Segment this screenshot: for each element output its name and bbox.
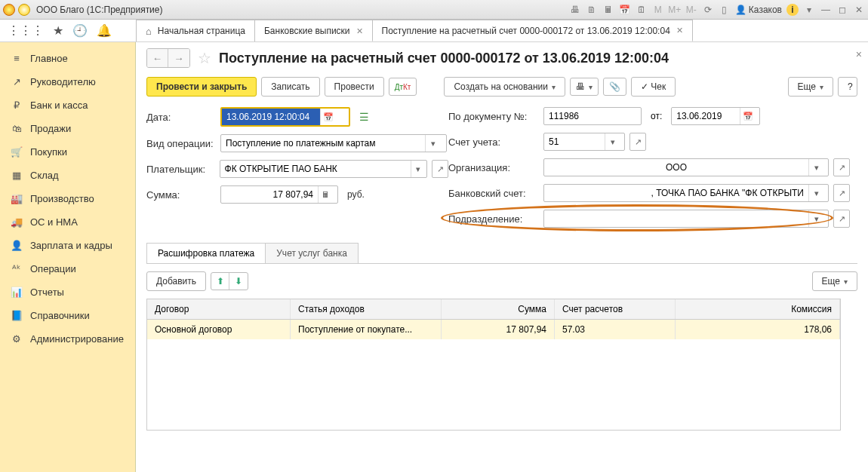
refresh-icon[interactable]: ⟳: [702, 4, 714, 16]
post-button[interactable]: Провести: [325, 77, 384, 97]
table-row[interactable]: Основной договор Поступление от покупате…: [147, 320, 840, 339]
payer-input[interactable]: [220, 161, 411, 177]
dropdown-icon[interactable]: ▾: [808, 210, 823, 227]
subtab-bank-services[interactable]: Учет услуг банка: [265, 243, 359, 263]
sidebar-item-assets[interactable]: 🚚ОС и НМА: [0, 210, 135, 234]
dropdown-icon[interactable]: ▾: [808, 185, 823, 201]
nav-back-button[interactable]: ←: [147, 49, 168, 67]
grid-icon: ▦: [11, 170, 23, 181]
table-more-button[interactable]: Еще: [812, 271, 857, 291]
info-dropdown-icon[interactable]: ▾: [803, 4, 815, 16]
current-user[interactable]: 👤 Казаков: [735, 5, 782, 15]
notifications-icon[interactable]: 🔔: [97, 23, 112, 38]
dtkt-icon: ᴬᵏ: [11, 263, 23, 274]
sum-input[interactable]: [221, 186, 318, 203]
sidebar-item-catalogs[interactable]: 📘Справочники: [0, 304, 135, 327]
attach-button[interactable]: 📎: [603, 78, 626, 96]
org-label: Организация:: [448, 162, 539, 173]
sidebar-item-bank[interactable]: ₽Банк и касса: [0, 93, 135, 117]
create-based-on-button[interactable]: Создать на основании: [444, 77, 565, 97]
col-commission[interactable]: Комиссия: [676, 299, 840, 319]
division-input[interactable]: [544, 210, 808, 227]
m-minus-icon[interactable]: M-: [685, 4, 697, 16]
sidebar-item-manager[interactable]: ↗Руководителю: [0, 70, 135, 93]
tab-bank-statements[interactable]: Банковские выписки ✕: [254, 20, 373, 41]
panel-icon[interactable]: ▯: [719, 4, 731, 16]
date-input[interactable]: [222, 109, 320, 125]
dtkt-button[interactable]: ДтКт: [389, 78, 417, 96]
m-icon[interactable]: M: [652, 4, 664, 16]
dropdown-icon[interactable]: ▾: [425, 135, 440, 152]
sidebar-item-sales[interactable]: 🛍Продажи: [0, 117, 135, 140]
dropdown-icon[interactable]: ▾: [605, 133, 620, 150]
sidebar-item-reports[interactable]: 📊Отчеты: [0, 280, 135, 304]
status-ok-icon[interactable]: ☰: [359, 111, 369, 123]
sidebar-item-operations[interactable]: ᴬᵏОперации: [0, 257, 135, 280]
open-ref-icon[interactable]: ↗: [432, 161, 448, 177]
print-dropdown-button[interactable]: 🖶: [570, 78, 599, 96]
sum-label: Сумма:: [146, 189, 216, 201]
tab-close-icon[interactable]: ✕: [676, 26, 683, 35]
col-account[interactable]: Счет расчетов: [555, 299, 676, 319]
docnum-label: По документу №:: [448, 111, 539, 122]
info-icon[interactable]: i: [786, 4, 799, 16]
dropdown-icon[interactable]: ▾: [808, 159, 823, 176]
move-down-button[interactable]: ⬇: [229, 273, 248, 290]
open-ref-icon[interactable]: ↗: [834, 210, 849, 227]
more-button[interactable]: Еще: [788, 77, 833, 97]
calculator-icon[interactable]: 🖩: [318, 186, 333, 203]
home-icon: ⌂: [146, 26, 152, 37]
star-icon[interactable]: ☆: [198, 49, 211, 67]
sidebar-item-production[interactable]: 🏭Производство: [0, 187, 135, 210]
payer-label: Плательщик:: [146, 164, 215, 175]
docnum-input[interactable]: [544, 108, 635, 124]
maximize-icon[interactable]: ◻: [836, 4, 848, 16]
favorite-icon[interactable]: ★: [53, 23, 63, 38]
sidebar-item-main[interactable]: ≡Главное: [0, 47, 135, 70]
nav-forward-button[interactable]: →: [168, 49, 189, 67]
print-icon[interactable]: 🖶: [569, 4, 581, 16]
document-icon[interactable]: 🗎: [586, 4, 598, 16]
calendar2-icon[interactable]: 🗓: [636, 4, 648, 16]
subtab-payment-details[interactable]: Расшифровка платежа: [146, 243, 266, 263]
post-and-close-button[interactable]: Провести и закрыть: [146, 77, 257, 97]
dropdown-icon[interactable]: ▾: [411, 161, 426, 177]
page-close-icon[interactable]: ×: [856, 48, 862, 60]
bank-acc-input[interactable]: [544, 185, 808, 201]
col-contract[interactable]: Договор: [147, 299, 291, 319]
tab-close-icon[interactable]: ✕: [356, 26, 363, 36]
help-button[interactable]: ?: [838, 77, 857, 97]
open-ref-icon[interactable]: ↗: [630, 133, 645, 150]
calendar-icon[interactable]: 📅: [619, 4, 631, 16]
add-row-button[interactable]: Добавить: [146, 271, 206, 291]
minimize-icon[interactable]: —: [820, 4, 832, 16]
sidebar-item-warehouse[interactable]: ▦Склад: [0, 164, 135, 187]
from-date-input[interactable]: [672, 108, 740, 124]
chart-icon: ↗: [11, 76, 23, 87]
close-icon[interactable]: ✕: [853, 4, 865, 16]
m-plus-icon[interactable]: M+: [669, 4, 681, 16]
dropdown-icon[interactable]: [18, 4, 30, 16]
col-sum[interactable]: Сумма: [442, 299, 555, 319]
move-up-button[interactable]: ⬆: [211, 273, 229, 290]
op-type-label: Вид операции:: [146, 138, 216, 149]
table-empty-area[interactable]: [147, 339, 840, 430]
tab-home[interactable]: ⌂ Начальная страница: [136, 20, 255, 41]
open-ref-icon[interactable]: ↗: [834, 185, 849, 201]
calc-icon[interactable]: 🖩: [602, 4, 614, 16]
apps-icon[interactable]: ⋮⋮⋮: [8, 23, 44, 38]
history-icon[interactable]: 🕘: [72, 23, 88, 38]
cheque-button[interactable]: ✓ Чек: [631, 77, 676, 97]
org-input[interactable]: [544, 159, 808, 176]
tab-document[interactable]: Поступление на расчетный счет 0000-00017…: [372, 20, 693, 41]
calendar-picker-icon[interactable]: 📅: [740, 108, 755, 124]
save-button[interactable]: Записать: [261, 77, 319, 97]
open-ref-icon[interactable]: ↗: [834, 159, 849, 176]
sidebar-item-admin[interactable]: ⚙Администрирование: [0, 327, 135, 351]
calendar-picker-icon[interactable]: 📅: [320, 109, 335, 125]
col-income-item[interactable]: Статья доходов: [291, 299, 442, 319]
account-input[interactable]: [544, 133, 605, 150]
op-type-input[interactable]: [221, 135, 425, 152]
sidebar-item-purchases[interactable]: 🛒Покупки: [0, 140, 135, 164]
sidebar-item-hr[interactable]: 👤Зарплата и кадры: [0, 234, 135, 257]
